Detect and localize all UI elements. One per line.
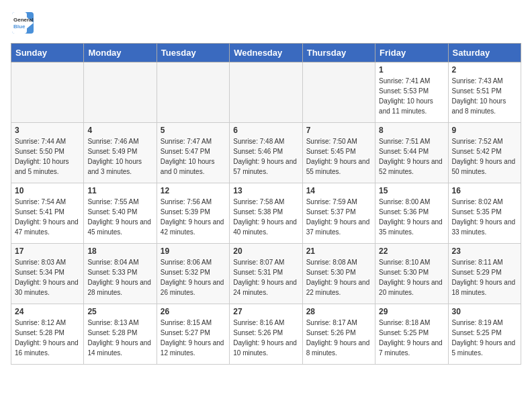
- logo-icon: General Blue: [11, 11, 35, 35]
- header-sunday: Sunday: [11, 44, 84, 62]
- day-cell: 29Sunrise: 8:18 AMSunset: 5:25 PMDayligh…: [375, 304, 448, 365]
- day-number: 16: [452, 186, 517, 195]
- day-info: Sunrise: 8:03 AMSunset: 5:34 PMDaylight:…: [15, 257, 80, 298]
- day-cell: 20Sunrise: 8:07 AMSunset: 5:31 PMDayligh…: [230, 244, 302, 304]
- day-number: 25: [87, 307, 152, 316]
- day-info: Sunrise: 8:16 AMSunset: 5:26 PMDaylight:…: [233, 318, 298, 358]
- day-number: 19: [161, 246, 226, 256]
- day-info: Sunrise: 8:18 AMSunset: 5:25 PMDaylight:…: [379, 318, 444, 358]
- day-info: Sunrise: 7:56 AMSunset: 5:39 PMDaylight:…: [161, 197, 226, 237]
- day-info: Sunrise: 7:41 AMSunset: 5:53 PMDaylight:…: [379, 76, 444, 116]
- day-cell: 28Sunrise: 8:17 AMSunset: 5:26 PMDayligh…: [302, 304, 375, 365]
- day-info: Sunrise: 8:06 AMSunset: 5:32 PMDaylight:…: [161, 257, 226, 298]
- day-number: 2: [452, 65, 517, 75]
- week-row-3: 10Sunrise: 7:54 AMSunset: 5:41 PMDayligh…: [11, 183, 521, 244]
- day-number: 3: [15, 126, 80, 135]
- header-thursday: Thursday: [302, 44, 375, 62]
- day-number: 5: [161, 126, 226, 135]
- day-cell: [230, 62, 302, 123]
- day-number: 27: [233, 307, 298, 316]
- day-cell: 25Sunrise: 8:13 AMSunset: 5:28 PMDayligh…: [84, 304, 157, 365]
- day-info: Sunrise: 7:55 AMSunset: 5:40 PMDaylight:…: [87, 197, 152, 237]
- day-cell: [84, 62, 157, 123]
- day-number: 15: [379, 186, 444, 195]
- svg-text:General: General: [13, 17, 34, 23]
- day-info: Sunrise: 8:07 AMSunset: 5:31 PMDaylight:…: [233, 257, 298, 298]
- header-wednesday: Wednesday: [230, 44, 302, 62]
- calendar-table: SundayMondayTuesdayWednesdayThursdayFrid…: [11, 43, 521, 365]
- day-cell: 5Sunrise: 7:47 AMSunset: 5:47 PMDaylight…: [157, 123, 229, 183]
- day-cell: 3Sunrise: 7:44 AMSunset: 5:50 PMDaylight…: [11, 123, 84, 183]
- day-number: 7: [306, 126, 371, 135]
- day-cell: 16Sunrise: 8:02 AMSunset: 5:35 PMDayligh…: [448, 183, 521, 244]
- day-info: Sunrise: 8:00 AMSunset: 5:36 PMDaylight:…: [379, 197, 444, 237]
- day-cell: [157, 62, 229, 123]
- day-cell: 2Sunrise: 7:43 AMSunset: 5:51 PMDaylight…: [448, 62, 521, 123]
- day-cell: 24Sunrise: 8:12 AMSunset: 5:28 PMDayligh…: [11, 304, 84, 365]
- day-number: 8: [379, 126, 444, 135]
- day-info: Sunrise: 7:48 AMSunset: 5:46 PMDaylight:…: [233, 136, 298, 177]
- header-monday: Monday: [84, 44, 157, 62]
- day-number: 28: [306, 307, 371, 316]
- svg-text:Blue: Blue: [13, 24, 26, 30]
- day-info: Sunrise: 8:02 AMSunset: 5:35 PMDaylight:…: [452, 197, 517, 237]
- day-cell: [302, 62, 375, 123]
- day-number: 17: [15, 246, 80, 256]
- day-cell: 17Sunrise: 8:03 AMSunset: 5:34 PMDayligh…: [11, 244, 84, 304]
- day-info: Sunrise: 8:12 AMSunset: 5:28 PMDaylight:…: [15, 318, 80, 358]
- day-info: Sunrise: 7:50 AMSunset: 5:45 PMDaylight:…: [306, 136, 371, 177]
- day-number: 6: [233, 126, 298, 135]
- day-cell: 22Sunrise: 8:10 AMSunset: 5:30 PMDayligh…: [375, 244, 448, 304]
- day-info: Sunrise: 8:11 AMSunset: 5:29 PMDaylight:…: [452, 257, 517, 298]
- day-cell: 7Sunrise: 7:50 AMSunset: 5:45 PMDaylight…: [302, 123, 375, 183]
- day-info: Sunrise: 8:04 AMSunset: 5:33 PMDaylight:…: [87, 257, 152, 298]
- day-cell: 13Sunrise: 7:58 AMSunset: 5:38 PMDayligh…: [230, 183, 302, 244]
- day-number: 26: [161, 307, 226, 316]
- day-info: Sunrise: 8:15 AMSunset: 5:27 PMDaylight:…: [161, 318, 226, 358]
- week-row-5: 24Sunrise: 8:12 AMSunset: 5:28 PMDayligh…: [11, 304, 521, 365]
- day-cell: 15Sunrise: 8:00 AMSunset: 5:36 PMDayligh…: [375, 183, 448, 244]
- day-number: 9: [452, 126, 517, 135]
- day-cell: 10Sunrise: 7:54 AMSunset: 5:41 PMDayligh…: [11, 183, 84, 244]
- day-cell: 12Sunrise: 7:56 AMSunset: 5:39 PMDayligh…: [157, 183, 229, 244]
- day-info: Sunrise: 7:58 AMSunset: 5:38 PMDaylight:…: [233, 197, 298, 237]
- day-cell: 30Sunrise: 8:19 AMSunset: 5:25 PMDayligh…: [448, 304, 521, 365]
- day-info: Sunrise: 8:10 AMSunset: 5:30 PMDaylight:…: [379, 257, 444, 298]
- week-row-2: 3Sunrise: 7:44 AMSunset: 5:50 PMDaylight…: [11, 123, 521, 183]
- day-info: Sunrise: 7:59 AMSunset: 5:37 PMDaylight:…: [306, 197, 371, 237]
- day-info: Sunrise: 8:13 AMSunset: 5:28 PMDaylight:…: [87, 318, 152, 358]
- day-number: 18: [87, 246, 152, 256]
- day-info: Sunrise: 7:47 AMSunset: 5:47 PMDaylight:…: [161, 136, 226, 177]
- svg-rect-2: [12, 12, 27, 34]
- day-cell: [11, 62, 84, 123]
- day-cell: 26Sunrise: 8:15 AMSunset: 5:27 PMDayligh…: [157, 304, 229, 365]
- header-tuesday: Tuesday: [157, 44, 229, 62]
- day-cell: 23Sunrise: 8:11 AMSunset: 5:29 PMDayligh…: [448, 244, 521, 304]
- week-row-4: 17Sunrise: 8:03 AMSunset: 5:34 PMDayligh…: [11, 244, 521, 304]
- header-saturday: Saturday: [448, 44, 521, 62]
- day-cell: 18Sunrise: 8:04 AMSunset: 5:33 PMDayligh…: [84, 244, 157, 304]
- day-cell: 27Sunrise: 8:16 AMSunset: 5:26 PMDayligh…: [230, 304, 302, 365]
- day-number: 20: [233, 246, 298, 256]
- page-header: General Blue: [11, 11, 521, 35]
- day-info: Sunrise: 8:08 AMSunset: 5:30 PMDaylight:…: [306, 257, 371, 298]
- day-info: Sunrise: 7:44 AMSunset: 5:50 PMDaylight:…: [15, 136, 80, 177]
- day-number: 29: [379, 307, 444, 316]
- day-number: 10: [15, 186, 80, 195]
- day-number: 4: [87, 126, 152, 135]
- day-number: 12: [161, 186, 226, 195]
- day-cell: 1Sunrise: 7:41 AMSunset: 5:53 PMDaylight…: [375, 62, 448, 123]
- day-info: Sunrise: 8:19 AMSunset: 5:25 PMDaylight:…: [452, 318, 517, 358]
- day-cell: 11Sunrise: 7:55 AMSunset: 5:40 PMDayligh…: [84, 183, 157, 244]
- day-info: Sunrise: 7:54 AMSunset: 5:41 PMDaylight:…: [15, 197, 80, 237]
- week-row-1: 1Sunrise: 7:41 AMSunset: 5:53 PMDaylight…: [11, 62, 521, 123]
- day-cell: 14Sunrise: 7:59 AMSunset: 5:37 PMDayligh…: [302, 183, 375, 244]
- header-friday: Friday: [375, 44, 448, 62]
- day-info: Sunrise: 7:43 AMSunset: 5:51 PMDaylight:…: [452, 76, 517, 116]
- day-number: 13: [233, 186, 298, 195]
- day-number: 21: [306, 246, 371, 256]
- day-info: Sunrise: 8:17 AMSunset: 5:26 PMDaylight:…: [306, 318, 371, 358]
- day-cell: 4Sunrise: 7:46 AMSunset: 5:49 PMDaylight…: [84, 123, 157, 183]
- day-number: 30: [452, 307, 517, 316]
- logo: General Blue: [11, 11, 35, 35]
